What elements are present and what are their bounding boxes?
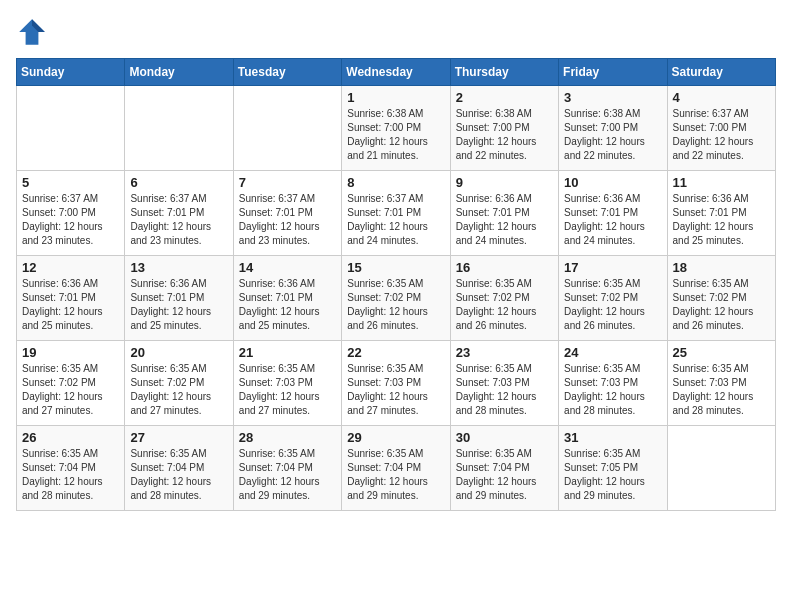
day-info: Sunrise: 6:36 AM Sunset: 7:01 PM Dayligh… — [239, 277, 336, 333]
day-cell: 12Sunrise: 6:36 AM Sunset: 7:01 PM Dayli… — [17, 256, 125, 341]
day-info: Sunrise: 6:35 AM Sunset: 7:04 PM Dayligh… — [22, 447, 119, 503]
day-number: 15 — [347, 260, 444, 275]
day-cell: 28Sunrise: 6:35 AM Sunset: 7:04 PM Dayli… — [233, 426, 341, 511]
day-number: 28 — [239, 430, 336, 445]
day-info: Sunrise: 6:37 AM Sunset: 7:01 PM Dayligh… — [239, 192, 336, 248]
day-cell: 13Sunrise: 6:36 AM Sunset: 7:01 PM Dayli… — [125, 256, 233, 341]
day-info: Sunrise: 6:35 AM Sunset: 7:04 PM Dayligh… — [347, 447, 444, 503]
day-number: 13 — [130, 260, 227, 275]
day-number: 18 — [673, 260, 770, 275]
day-info: Sunrise: 6:35 AM Sunset: 7:03 PM Dayligh… — [456, 362, 553, 418]
day-cell — [17, 86, 125, 171]
day-info: Sunrise: 6:35 AM Sunset: 7:03 PM Dayligh… — [564, 362, 661, 418]
header-thursday: Thursday — [450, 59, 558, 86]
header-tuesday: Tuesday — [233, 59, 341, 86]
day-number: 1 — [347, 90, 444, 105]
week-row-2: 5Sunrise: 6:37 AM Sunset: 7:00 PM Daylig… — [17, 171, 776, 256]
day-info: Sunrise: 6:35 AM Sunset: 7:03 PM Dayligh… — [239, 362, 336, 418]
day-number: 20 — [130, 345, 227, 360]
day-number: 12 — [22, 260, 119, 275]
day-info: Sunrise: 6:35 AM Sunset: 7:03 PM Dayligh… — [673, 362, 770, 418]
day-cell: 5Sunrise: 6:37 AM Sunset: 7:00 PM Daylig… — [17, 171, 125, 256]
day-info: Sunrise: 6:37 AM Sunset: 7:00 PM Dayligh… — [673, 107, 770, 163]
header-monday: Monday — [125, 59, 233, 86]
day-cell: 20Sunrise: 6:35 AM Sunset: 7:02 PM Dayli… — [125, 341, 233, 426]
day-info: Sunrise: 6:35 AM Sunset: 7:02 PM Dayligh… — [22, 362, 119, 418]
header-wednesday: Wednesday — [342, 59, 450, 86]
day-cell: 25Sunrise: 6:35 AM Sunset: 7:03 PM Dayli… — [667, 341, 775, 426]
day-cell: 3Sunrise: 6:38 AM Sunset: 7:00 PM Daylig… — [559, 86, 667, 171]
day-cell — [233, 86, 341, 171]
day-number: 26 — [22, 430, 119, 445]
header-row: SundayMondayTuesdayWednesdayThursdayFrid… — [17, 59, 776, 86]
day-cell: 26Sunrise: 6:35 AM Sunset: 7:04 PM Dayli… — [17, 426, 125, 511]
day-number: 23 — [456, 345, 553, 360]
day-cell: 17Sunrise: 6:35 AM Sunset: 7:02 PM Dayli… — [559, 256, 667, 341]
day-number: 29 — [347, 430, 444, 445]
day-info: Sunrise: 6:36 AM Sunset: 7:01 PM Dayligh… — [673, 192, 770, 248]
day-number: 22 — [347, 345, 444, 360]
day-info: Sunrise: 6:37 AM Sunset: 7:01 PM Dayligh… — [130, 192, 227, 248]
day-cell: 8Sunrise: 6:37 AM Sunset: 7:01 PM Daylig… — [342, 171, 450, 256]
day-number: 4 — [673, 90, 770, 105]
day-info: Sunrise: 6:35 AM Sunset: 7:02 PM Dayligh… — [673, 277, 770, 333]
day-cell — [125, 86, 233, 171]
day-number: 5 — [22, 175, 119, 190]
day-cell: 23Sunrise: 6:35 AM Sunset: 7:03 PM Dayli… — [450, 341, 558, 426]
day-cell: 18Sunrise: 6:35 AM Sunset: 7:02 PM Dayli… — [667, 256, 775, 341]
week-row-4: 19Sunrise: 6:35 AM Sunset: 7:02 PM Dayli… — [17, 341, 776, 426]
day-cell: 30Sunrise: 6:35 AM Sunset: 7:04 PM Dayli… — [450, 426, 558, 511]
day-info: Sunrise: 6:37 AM Sunset: 7:00 PM Dayligh… — [22, 192, 119, 248]
day-info: Sunrise: 6:35 AM Sunset: 7:02 PM Dayligh… — [564, 277, 661, 333]
header-sunday: Sunday — [17, 59, 125, 86]
header-saturday: Saturday — [667, 59, 775, 86]
day-info: Sunrise: 6:35 AM Sunset: 7:02 PM Dayligh… — [130, 362, 227, 418]
day-info: Sunrise: 6:35 AM Sunset: 7:04 PM Dayligh… — [130, 447, 227, 503]
day-number: 25 — [673, 345, 770, 360]
day-cell: 1Sunrise: 6:38 AM Sunset: 7:00 PM Daylig… — [342, 86, 450, 171]
day-cell: 19Sunrise: 6:35 AM Sunset: 7:02 PM Dayli… — [17, 341, 125, 426]
day-number: 17 — [564, 260, 661, 275]
day-cell: 9Sunrise: 6:36 AM Sunset: 7:01 PM Daylig… — [450, 171, 558, 256]
day-number: 30 — [456, 430, 553, 445]
day-number: 31 — [564, 430, 661, 445]
day-number: 3 — [564, 90, 661, 105]
day-number: 27 — [130, 430, 227, 445]
day-info: Sunrise: 6:36 AM Sunset: 7:01 PM Dayligh… — [130, 277, 227, 333]
day-number: 19 — [22, 345, 119, 360]
day-info: Sunrise: 6:35 AM Sunset: 7:04 PM Dayligh… — [456, 447, 553, 503]
day-info: Sunrise: 6:35 AM Sunset: 7:02 PM Dayligh… — [347, 277, 444, 333]
week-row-3: 12Sunrise: 6:36 AM Sunset: 7:01 PM Dayli… — [17, 256, 776, 341]
day-cell — [667, 426, 775, 511]
day-cell: 22Sunrise: 6:35 AM Sunset: 7:03 PM Dayli… — [342, 341, 450, 426]
day-info: Sunrise: 6:36 AM Sunset: 7:01 PM Dayligh… — [564, 192, 661, 248]
day-info: Sunrise: 6:38 AM Sunset: 7:00 PM Dayligh… — [347, 107, 444, 163]
day-number: 9 — [456, 175, 553, 190]
logo-icon — [16, 16, 48, 48]
day-number: 11 — [673, 175, 770, 190]
day-info: Sunrise: 6:38 AM Sunset: 7:00 PM Dayligh… — [456, 107, 553, 163]
day-cell: 21Sunrise: 6:35 AM Sunset: 7:03 PM Dayli… — [233, 341, 341, 426]
day-cell: 10Sunrise: 6:36 AM Sunset: 7:01 PM Dayli… — [559, 171, 667, 256]
week-row-5: 26Sunrise: 6:35 AM Sunset: 7:04 PM Dayli… — [17, 426, 776, 511]
day-cell: 11Sunrise: 6:36 AM Sunset: 7:01 PM Dayli… — [667, 171, 775, 256]
day-info: Sunrise: 6:36 AM Sunset: 7:01 PM Dayligh… — [22, 277, 119, 333]
day-info: Sunrise: 6:38 AM Sunset: 7:00 PM Dayligh… — [564, 107, 661, 163]
day-cell: 14Sunrise: 6:36 AM Sunset: 7:01 PM Dayli… — [233, 256, 341, 341]
day-cell: 29Sunrise: 6:35 AM Sunset: 7:04 PM Dayli… — [342, 426, 450, 511]
day-number: 10 — [564, 175, 661, 190]
day-cell: 7Sunrise: 6:37 AM Sunset: 7:01 PM Daylig… — [233, 171, 341, 256]
header-friday: Friday — [559, 59, 667, 86]
day-number: 2 — [456, 90, 553, 105]
calendar-table: SundayMondayTuesdayWednesdayThursdayFrid… — [16, 58, 776, 511]
day-cell: 27Sunrise: 6:35 AM Sunset: 7:04 PM Dayli… — [125, 426, 233, 511]
day-info: Sunrise: 6:36 AM Sunset: 7:01 PM Dayligh… — [456, 192, 553, 248]
day-cell: 6Sunrise: 6:37 AM Sunset: 7:01 PM Daylig… — [125, 171, 233, 256]
day-cell: 4Sunrise: 6:37 AM Sunset: 7:00 PM Daylig… — [667, 86, 775, 171]
day-number: 6 — [130, 175, 227, 190]
logo — [16, 16, 52, 48]
day-info: Sunrise: 6:35 AM Sunset: 7:04 PM Dayligh… — [239, 447, 336, 503]
day-cell: 15Sunrise: 6:35 AM Sunset: 7:02 PM Dayli… — [342, 256, 450, 341]
day-info: Sunrise: 6:35 AM Sunset: 7:03 PM Dayligh… — [347, 362, 444, 418]
day-number: 14 — [239, 260, 336, 275]
